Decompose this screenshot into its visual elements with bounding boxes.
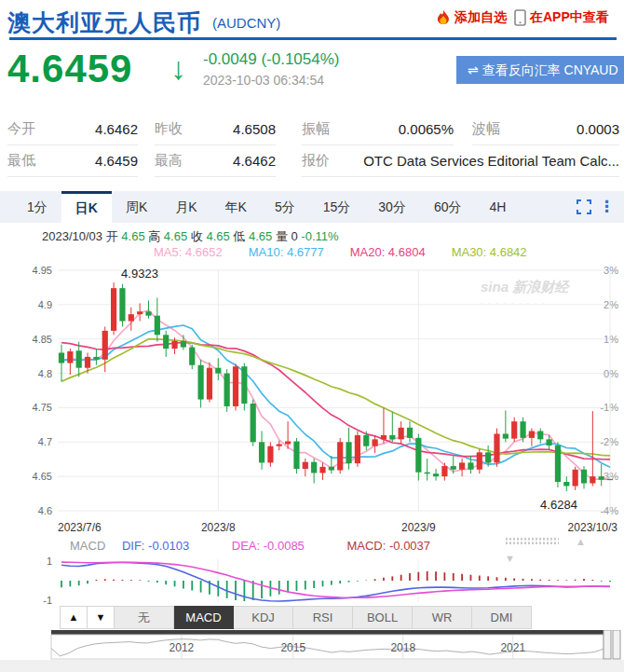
svg-text:2015: 2015 — [280, 641, 305, 654]
period-tab-月K[interactable]: 月K — [161, 191, 210, 223]
scroll-up-button[interactable]: ▲ — [60, 606, 88, 629]
stat-波幅: 波幅0.0003 — [472, 114, 619, 145]
ma-legend-item-1: MA5: 4.6652 — [154, 245, 223, 259]
period-tab-15分[interactable]: 15分 — [309, 191, 365, 223]
stat-label: 最高 — [155, 152, 183, 170]
svg-text:3%: 3% — [604, 265, 618, 276]
period-tab-4H[interactable]: 4H — [475, 191, 520, 223]
svg-text:-3%: -3% — [600, 471, 618, 482]
header-divider — [9, 37, 617, 40]
ma-legend-item-2: MA10: 4.6777 — [249, 245, 324, 259]
stat-昨收: 昨收4.6508 — [155, 114, 276, 145]
svg-text:-1: -1 — [43, 595, 52, 606]
stats-row-2: 最低4.6459最高4.6462报价OTC Data Services Edit… — [7, 145, 620, 177]
navigator-handle-right[interactable] — [613, 630, 620, 659]
header-links: 添加自选 在APP中查看 — [436, 9, 624, 26]
svg-text:1%: 1% — [604, 334, 618, 345]
bar-date: 2023/10/03 — [42, 229, 102, 243]
period-tab-年K[interactable]: 年K — [211, 191, 261, 223]
macd-chart[interactable]: 1-1 — [0, 555, 624, 606]
stat-value: 4.6459 — [95, 153, 138, 169]
stat-最高: 最高4.6462 — [155, 145, 276, 177]
ohlc-info-line: 2023/10/03 开 4.65 高 4.65 收 4.65 低 4.65 量… — [42, 228, 339, 245]
stat-报价: 报价OTC Data Services Editorial Team Calc.… — [302, 145, 619, 177]
svg-text:4.85: 4.85 — [33, 334, 52, 345]
period-tab-周K[interactable]: 周K — [112, 191, 161, 223]
period-tab-1分[interactable]: 1分 — [13, 191, 61, 223]
reverse-rate-label: 查看反向汇率 CNYAUD — [482, 62, 618, 77]
pane-resize-handle[interactable]: ▲ ▼ — [505, 532, 624, 543]
svg-text:2018: 2018 — [390, 641, 415, 654]
period-tab-60分[interactable]: 60分 — [420, 191, 476, 223]
stat-label: 振幅 — [302, 120, 330, 138]
svg-text:2%: 2% — [604, 299, 618, 310]
quote-timestamp: 2023-10-03 06:34:54 — [203, 73, 324, 88]
view-in-app-link[interactable]: 在APP中查看 — [514, 9, 609, 26]
forex-quote-page: 澳大利亚元人民币 (AUDCNY) 添加自选 在APP中查看 4.6459 ↓ … — [0, 0, 624, 672]
stats-row-1: 今开4.6462昨收4.6508振幅0.0065%波幅0.0003 — [7, 114, 620, 145]
quote-summary: 4.6459 ↓ -0.0049 (-0.1054%) 2023-10-03 0… — [0, 45, 624, 112]
svg-text:4.7: 4.7 — [38, 436, 52, 447]
menu-dots-icon[interactable]: ⋮ — [599, 191, 615, 223]
price-change: -0.0049 (-0.1054%) — [203, 50, 339, 69]
navigator-handle-left[interactable] — [604, 630, 611, 659]
dea-value: DEA: -0.0085 — [232, 539, 305, 553]
indicator-tab-KDJ[interactable]: KDJ — [234, 606, 293, 629]
dif-value: DIF: -0.0103 — [122, 539, 189, 553]
stat-value: 4.6462 — [233, 153, 276, 169]
indicator-tab-DMI[interactable]: DMI — [472, 606, 532, 629]
stat-label: 波幅 — [472, 120, 500, 138]
svg-text:2023/9: 2023/9 — [401, 521, 436, 534]
tab-bar-flex-spacer — [520, 191, 577, 223]
svg-text:-1%: -1% — [600, 402, 618, 413]
period-tab-30分[interactable]: 30分 — [364, 191, 420, 223]
current-price: 4.6459 — [7, 47, 132, 91]
add-watchlist-link[interactable]: 添加自选 — [436, 9, 507, 26]
svg-text:1: 1 — [47, 555, 52, 567]
fullscreen-icon[interactable] — [577, 199, 591, 214]
indicator-tab-MACD[interactable]: MACD — [174, 606, 234, 629]
flame-icon — [436, 9, 451, 26]
page-title: 澳大利亚元人民币 — [7, 7, 201, 38]
add-watchlist-label: 添加自选 — [454, 9, 507, 26]
ma-legend: MA5: 4.6652MA10: 4.6777MA20: 4.6804MA30:… — [154, 245, 553, 259]
stat-label: 最低 — [7, 152, 35, 170]
indicator-tab-无[interactable]: 无 — [115, 606, 174, 629]
svg-text:2012: 2012 — [170, 641, 195, 654]
svg-text:4.8: 4.8 — [38, 368, 52, 379]
stat-今开: 今开4.6462 — [7, 114, 138, 145]
svg-text:4.65: 4.65 — [33, 471, 52, 482]
svg-text:2023/7/6: 2023/7/6 — [58, 521, 102, 534]
period-tab-5分[interactable]: 5分 — [261, 191, 309, 223]
indicator-tab-RSI[interactable]: RSI — [293, 606, 353, 629]
stat-value: 4.6508 — [233, 121, 276, 137]
svg-text:2021: 2021 — [500, 641, 525, 654]
svg-text:-2%: -2% — [600, 436, 618, 447]
macd-value: MACD: -0.0037 — [346, 539, 430, 553]
stat-label: 今开 — [7, 120, 35, 138]
swap-icon: ⇌ — [468, 62, 479, 77]
macd-legend: MACD DIF: -0.0103 DEA: -0.0085 MACD: -0.… — [70, 539, 430, 553]
period-tab-日K[interactable]: 日K — [61, 191, 112, 223]
bar-pct: -0.11% — [301, 229, 338, 243]
symbol-code: (AUDCNY) — [212, 15, 280, 31]
bar-volume: 0 — [292, 229, 298, 243]
stat-value: 0.0065% — [399, 121, 454, 137]
svg-text:4.6284: 4.6284 — [540, 498, 577, 512]
scroll-down-button[interactable]: ▼ — [88, 606, 115, 629]
indicator-tab-BOLL[interactable]: BOLL — [353, 606, 413, 629]
reverse-rate-button[interactable]: ⇌ 查看反向汇率 CNYAUD — [456, 56, 624, 84]
page-header: 澳大利亚元人民币 (AUDCNY) 添加自选 在APP中查看 — [0, 0, 624, 41]
page-bottom-strip — [0, 660, 624, 672]
down-arrow-icon: ↓ — [170, 50, 186, 87]
candlestick-chart[interactable]: 4.953%4.92%4.851%4.80%4.75-1%4.7-2%4.65-… — [0, 261, 624, 539]
history-navigator[interactable]: 2012201520182021 — [0, 630, 624, 658]
stat-value: 0.0003 — [577, 121, 619, 137]
stat-label: 昨收 — [155, 120, 183, 138]
stat-value: OTC Data Services Editorial Team Calc... — [363, 153, 619, 169]
indicator-tab-WR[interactable]: WR — [413, 606, 472, 629]
svg-text:-4%: -4% — [600, 505, 618, 516]
stat-最低: 最低4.6459 — [7, 145, 138, 177]
svg-text:0%: 0% — [604, 368, 618, 379]
svg-text:4.9: 4.9 — [38, 299, 52, 310]
